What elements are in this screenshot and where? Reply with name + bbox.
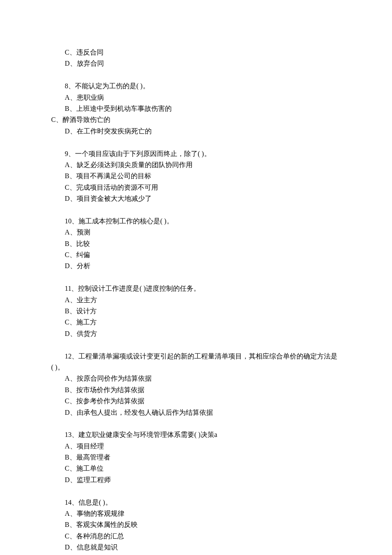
spacer (51, 486, 341, 497)
q12-stem: 12、工程量清单漏项或设计变更引起的新的工程量清单项目，其相应综合单价的确定方法… (51, 351, 341, 373)
q10-option-c: C、纠偏 (65, 249, 341, 260)
q8-option-d: D、在工作时突发疾病死亡的 (65, 126, 341, 137)
q9-option-a: A、缺乏必须达到顶尖质量的团队协同作用 (65, 159, 341, 171)
spacer (51, 272, 341, 283)
spacer (51, 418, 341, 429)
q14-option-a: A、事物的客观规律 (65, 508, 341, 519)
q8-option-c: C、醉酒导致伤亡的 (51, 114, 341, 125)
q10-option-b: B、比较 (65, 238, 341, 249)
spacer (51, 339, 341, 350)
q12-option-a: A、按原合同价作为结算依据 (65, 373, 341, 384)
q10-stem: 10、施工成本控制工作的核心是( )。 (65, 216, 341, 227)
q12-option-c: C、按参考价作为结算依据 (65, 396, 341, 407)
q11-option-c: C、施工方 (65, 317, 341, 328)
q9-option-d: D、项目资金被大大地减少了 (65, 193, 341, 204)
q11-option-b: B、设计方 (65, 306, 341, 317)
q14-option-d: D、信息就是知识 (65, 542, 341, 553)
q13-option-b: B、最高管理者 (65, 452, 341, 463)
spacer (51, 69, 341, 81)
q10-option-d: D、分析 (65, 260, 341, 272)
q7-option-c: C、违反合同 (65, 47, 341, 58)
spacer (51, 137, 341, 148)
q7-option-d: D、放弃合同 (65, 58, 341, 69)
q8-stem: 8、不能认定为工伤的是( )。 (65, 81, 341, 92)
q13-stem: 13、建立职业健康安全与环境管理体系需要( )决策a (65, 429, 341, 440)
q13-option-c: C、施工单位 (65, 463, 341, 474)
q11-option-a: A、业主方 (65, 295, 341, 306)
spacer (51, 204, 341, 215)
q12-option-b: B、按市场价作为结算依据 (65, 384, 341, 396)
q9-stem: 9、一个项目应该由于下列原因而终止，除了( )。 (65, 148, 341, 159)
q14-option-c: C、各种消息的汇总 (65, 531, 341, 542)
q8-option-b: B、上班途中受到机动车事故伤害的 (65, 103, 341, 114)
q14-option-b: B、客观实体属性的反映 (65, 519, 341, 530)
q8-option-a: A、患职业病 (65, 92, 341, 103)
q10-option-a: A、预测 (65, 227, 341, 238)
q11-option-d: D、供货方 (65, 328, 341, 339)
q9-option-b: B、项目不再满足公司的目标 (65, 171, 341, 182)
q13-option-d: D、监理工程师 (65, 474, 341, 486)
q14-stem: 14、信息是( )。 (65, 497, 341, 508)
q11-stem: 11、控制设计工作进度是( )进度控制的任务。 (65, 283, 341, 294)
q13-option-a: A、项目经理 (65, 441, 341, 452)
q9-option-c: C、完成项目活动的资源不可用 (65, 182, 341, 193)
q12-option-d: D、由承包人提出，经发包人确认后作为结算依据 (65, 407, 341, 418)
